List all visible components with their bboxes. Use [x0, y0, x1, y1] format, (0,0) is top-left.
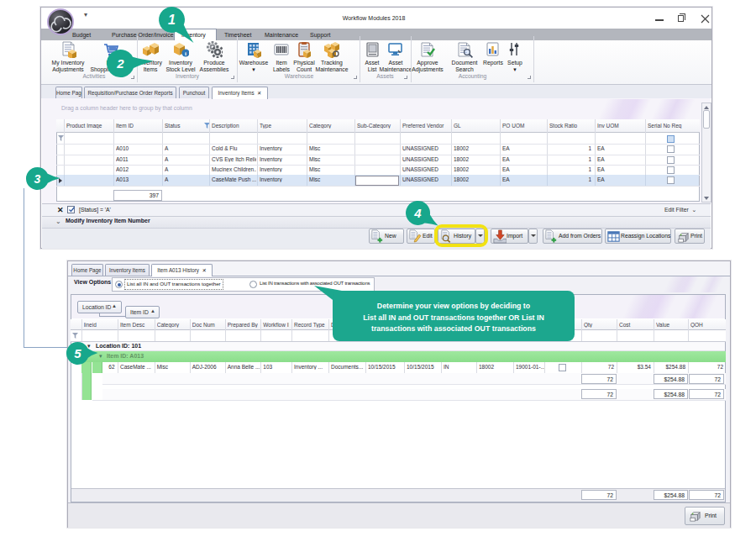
svg-text:5: 5 [74, 346, 81, 360]
svg-text:3: 3 [34, 172, 41, 186]
svg-text:2: 2 [116, 56, 124, 71]
svg-text:1: 1 [168, 13, 176, 27]
svg-text:4: 4 [413, 206, 422, 220]
